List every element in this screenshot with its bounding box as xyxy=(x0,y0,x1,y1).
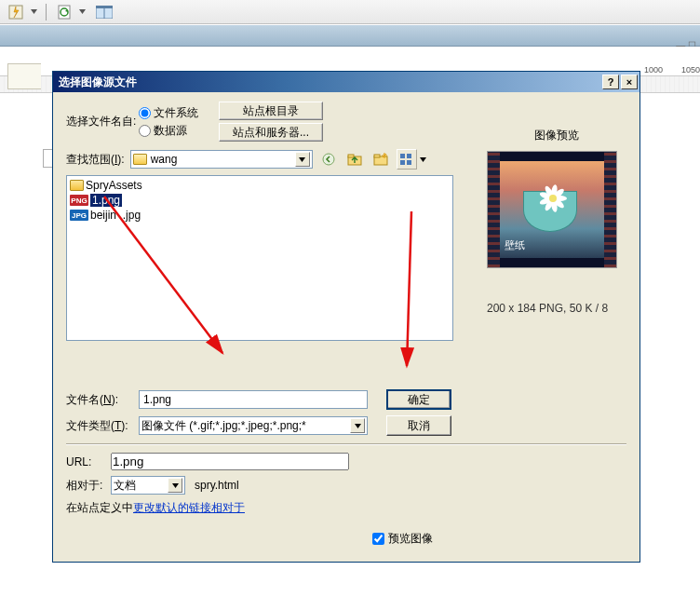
svg-point-6 xyxy=(323,154,334,165)
change-default-link[interactable]: 更改默认的链接相对于 xyxy=(133,500,245,516)
file-open-dialog: 选择图像源文件 ? × 选择文件名自: 文件系统 数据源 站点根目录 站点和服务… xyxy=(52,71,640,563)
file-name: 1.png xyxy=(90,194,122,207)
svg-rect-10 xyxy=(374,155,380,157)
dropdown-arrow-icon[interactable] xyxy=(30,3,38,21)
site-server-button[interactable]: 站点和服务器... xyxy=(219,123,323,142)
svg-rect-4 xyxy=(96,6,113,8)
document-tab[interactable] xyxy=(7,63,41,89)
ruler-tick: 1000 xyxy=(644,65,663,75)
radio-datasource[interactable]: 数据源 xyxy=(139,123,198,139)
relative-to-value: 文档 xyxy=(114,478,136,494)
list-item[interactable]: PNG 1.png xyxy=(69,193,451,208)
preview-checkbox[interactable] xyxy=(372,533,384,545)
new-folder-icon[interactable] xyxy=(370,149,391,170)
dialog-title: 选择图像源文件 xyxy=(59,75,137,90)
svg-rect-14 xyxy=(407,160,411,165)
radio-filesystem[interactable]: 文件系统 xyxy=(139,105,198,121)
jpg-file-icon: JPG xyxy=(70,210,88,221)
site-root-button[interactable]: 站点根目录 xyxy=(219,102,323,120)
list-item[interactable]: SpryAssets xyxy=(69,178,451,193)
svg-rect-13 xyxy=(400,160,405,165)
preview-thumbnail: 壁纸 xyxy=(487,151,617,268)
look-in-combo[interactable]: wang xyxy=(130,150,313,169)
preview-panel: 图像预览 壁纸 200 x 184 PNG, 50 K / 8 xyxy=(487,128,626,315)
dropdown-arrow-icon[interactable] xyxy=(419,150,427,169)
look-in-value: wang xyxy=(151,153,178,166)
preview-checkbox-label: 预览图像 xyxy=(388,531,433,547)
dropdown-arrow-icon[interactable] xyxy=(78,3,87,21)
filetype-value: 图像文件 (*.gif;*.jpg;*.jpeg;*.png;* xyxy=(141,418,306,434)
folder-open-icon xyxy=(133,154,147,165)
app-toolbar xyxy=(0,0,700,24)
close-button[interactable]: × xyxy=(621,75,638,89)
relative-to-combo[interactable]: 文档 xyxy=(111,476,185,495)
panel-icon[interactable] xyxy=(94,3,114,21)
help-button[interactable]: ? xyxy=(602,75,619,89)
site-note-prefix: 在站点定义中 xyxy=(66,500,133,516)
preview-title: 图像预览 xyxy=(487,128,626,143)
dialog-titlebar[interactable]: 选择图像源文件 ? × xyxy=(53,72,639,92)
svg-rect-12 xyxy=(407,154,411,158)
relative-file-label: spry.html xyxy=(195,479,239,492)
dropdown-arrow-icon[interactable] xyxy=(350,418,365,433)
dropdown-arrow-icon[interactable] xyxy=(295,152,310,167)
relative-to-label: 相对于: xyxy=(66,478,111,494)
svg-rect-11 xyxy=(400,154,405,158)
up-folder-icon[interactable] xyxy=(344,149,365,170)
file-name: beijing.jpg xyxy=(90,209,141,222)
lightning-split-icon[interactable] xyxy=(6,3,26,21)
filetype-combo[interactable]: 图像文件 (*.gif;*.jpg;*.jpeg;*.png;* xyxy=(139,416,368,435)
filename-label: 文件名(N): xyxy=(66,392,139,408)
app-header-strip: — ☐ xyxy=(0,24,700,47)
look-in-label: 查找范围(I): xyxy=(66,152,125,168)
filetype-label: 文件类型(T): xyxy=(66,418,139,434)
list-item[interactable]: JPG beijing.jpg xyxy=(69,208,451,223)
separator xyxy=(46,4,47,20)
file-list[interactable]: SpryAssets PNG 1.png JPG beijing.jpg xyxy=(66,175,453,341)
dropdown-arrow-icon[interactable] xyxy=(168,478,182,493)
url-label: URL: xyxy=(66,455,111,468)
ok-button[interactable]: 确定 xyxy=(386,389,451,410)
cancel-button[interactable]: 取消 xyxy=(386,415,451,436)
svg-rect-8 xyxy=(348,155,354,157)
folder-icon xyxy=(70,180,84,191)
folder-name: SpryAssets xyxy=(86,179,142,192)
url-input[interactable] xyxy=(111,453,349,470)
ruler-tick: 1050 xyxy=(681,65,700,75)
filename-input[interactable] xyxy=(139,390,368,409)
view-menu-icon[interactable] xyxy=(397,149,417,170)
preview-info: 200 x 184 PNG, 50 K / 8 xyxy=(487,302,626,315)
back-icon[interactable] xyxy=(318,149,339,170)
select-source-label: 选择文件名自: xyxy=(66,114,139,129)
thumbnail-caption: 壁纸 xyxy=(505,238,525,252)
refresh-page-icon[interactable] xyxy=(54,3,74,21)
png-file-icon: PNG xyxy=(70,195,88,206)
